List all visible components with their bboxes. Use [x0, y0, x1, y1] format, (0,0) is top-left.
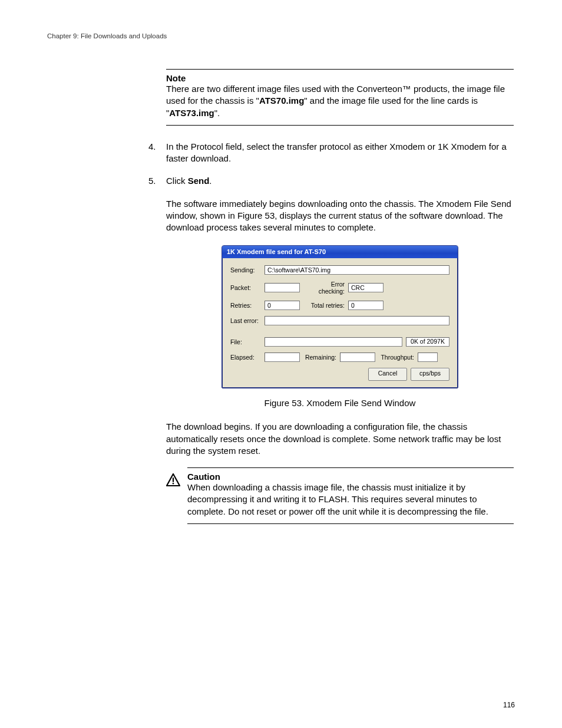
chapter-header: Chapter 9: File Downloads and Uploads	[47, 32, 515, 39]
svg-point-2	[173, 483, 174, 485]
label-remaining: Remaining:	[303, 354, 336, 361]
xmodem-window: 1K Xmodem file send for AT-S70 Sending: …	[222, 245, 458, 388]
label-sending: Sending:	[230, 266, 261, 274]
label-elapsed: Elapsed:	[230, 354, 261, 361]
field-remaining	[340, 353, 375, 362]
label-packet: Packet:	[230, 284, 261, 291]
window-titlebar: 1K Xmodem file send for AT-S70	[222, 246, 458, 258]
label-throughput: Throughput:	[379, 354, 414, 361]
step-5-text: Click Send.	[166, 175, 514, 187]
page-number: 116	[503, 701, 515, 709]
label-retries: Retries:	[230, 302, 261, 309]
row-retries: Retries: 0 Total retries: 0	[230, 301, 449, 310]
caution-box: Caution When downloading a chassis image…	[187, 467, 514, 524]
progress-bar	[265, 337, 402, 347]
figure-caption: Figure 53. Xmodem File Send Window	[166, 398, 514, 408]
warning-icon	[166, 467, 181, 524]
step-5: 5. Click Send.	[148, 175, 514, 187]
post-figure-paragraph: The download begins. If you are download…	[166, 421, 514, 457]
field-elapsed	[265, 353, 300, 362]
step-4-text: In the Protocol field, select the transf…	[166, 141, 514, 165]
field-packet	[265, 283, 300, 292]
note-file1: ATS70.img	[259, 95, 304, 106]
step-5-number: 5.	[148, 175, 166, 187]
field-throughput	[418, 353, 438, 362]
note-text-post: ".	[214, 108, 220, 118]
button-row: Cancel cps/bps	[230, 368, 449, 381]
caution-body: When downloading a chassis image file, t…	[187, 482, 514, 518]
field-retries: 0	[265, 301, 300, 310]
note-file2: ATS73.img	[169, 108, 214, 118]
row-packet: Packet: Error checking: CRC	[230, 281, 449, 295]
separator	[230, 331, 449, 337]
window-body: Sending: C:\software\ATS70.img Packet: E…	[222, 258, 458, 388]
note-callout: Note There are two different image files…	[166, 69, 514, 126]
step-5-bold: Send	[188, 176, 210, 186]
row-last-error: Last error:	[230, 316, 449, 325]
field-sending: C:\software\ATS70.img	[265, 265, 449, 275]
field-last-error	[265, 316, 449, 325]
field-total-retries: 0	[348, 301, 384, 310]
label-file: File:	[230, 338, 261, 345]
step-5-pre: Click	[166, 176, 188, 186]
label-total-retries: Total retries:	[303, 302, 345, 309]
label-last-error: Last error:	[230, 317, 261, 324]
note-body: There are two different image files used…	[166, 83, 514, 119]
row-sending: Sending: C:\software\ATS70.img	[230, 265, 449, 275]
step-4-number: 4.	[148, 141, 166, 165]
step-5-post: .	[209, 176, 211, 186]
row-file: File: 0K of 2097K	[230, 337, 449, 347]
label-error-checking: Error checking:	[303, 281, 345, 295]
note-title: Note	[166, 73, 514, 83]
document-page: Chapter 9: File Downloads and Uploads No…	[0, 0, 562, 728]
caution-title: Caution	[187, 472, 514, 482]
field-error-checking: CRC	[348, 283, 384, 292]
row-elapsed: Elapsed: Remaining: Throughput:	[230, 353, 449, 362]
caution-callout: Caution When downloading a chassis image…	[166, 467, 514, 524]
main-content-column: Note There are two different image files…	[166, 69, 514, 524]
cpsbps-button[interactable]: cps/bps	[411, 368, 449, 381]
download-paragraph: The software immediately begins download…	[166, 198, 514, 234]
cancel-button[interactable]: Cancel	[368, 368, 407, 381]
step-4: 4. In the Protocol field, select the tra…	[148, 141, 514, 165]
file-status: 0K of 2097K	[406, 337, 449, 347]
